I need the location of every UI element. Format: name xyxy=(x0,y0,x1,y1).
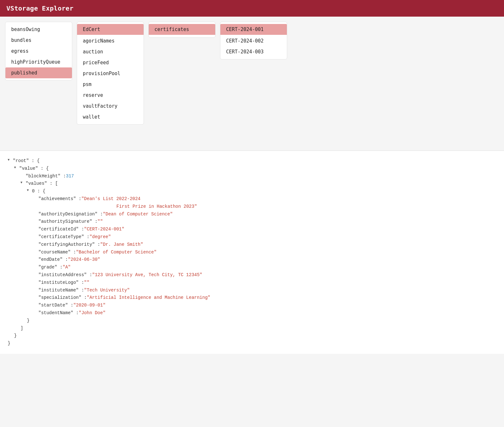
json-certid-key: "certificateId" : xyxy=(38,226,84,233)
json-close-brace1: } xyxy=(27,317,29,325)
json-achievements-line2: First Prize in Hackathon 2023" xyxy=(8,203,496,211)
item-vaultfactory[interactable]: vaultFactory xyxy=(77,101,144,112)
triangle-blockheight-spacer xyxy=(20,173,25,178)
json-panel: "root" : { "value" : { "blockHeight" : 3… xyxy=(0,151,504,354)
json-enddate-key: "endDate" : xyxy=(38,256,68,264)
column-edcert: EdCert agoricNames auction priceFeed pro… xyxy=(77,22,144,125)
item-highpriorityqueue[interactable]: highPriorityQueue xyxy=(5,57,72,67)
item-published[interactable]: published xyxy=(5,67,72,78)
spacer10 xyxy=(33,279,38,284)
item-egress[interactable]: egress xyxy=(5,46,72,57)
json-values-key: "values" : [ xyxy=(26,180,58,188)
item-psm[interactable]: psm xyxy=(77,79,144,90)
json-enddate-line: "endDate" : "2024-06-30" xyxy=(8,256,496,264)
json-close-obj: } xyxy=(8,317,496,325)
spacer13 xyxy=(33,302,38,307)
json-enddate-value: "2024-06-30" xyxy=(68,256,100,264)
json-studentname-value: "John Doe" xyxy=(79,309,106,317)
json-certid-value: "CERT-2024-001" xyxy=(84,226,124,233)
json-instaddr-line: "instituteAddress" : "123 University Ave… xyxy=(8,271,496,279)
json-certauth-key: "certifyingAuthority" : xyxy=(38,241,100,249)
item-reserve[interactable]: reserve xyxy=(77,90,144,101)
column-certificates-header[interactable]: certificates xyxy=(149,24,215,35)
app-title: VStorage Explorer xyxy=(6,4,74,12)
spacer14 xyxy=(33,309,38,315)
json-authsig-key: "authoritySignature" : xyxy=(38,218,98,226)
json-index0-line: 0 : { xyxy=(8,188,496,195)
spacer6 xyxy=(33,249,38,254)
json-achievements-key: "achievements" : xyxy=(38,195,81,203)
json-instaddr-key: "instituteAddress" : xyxy=(38,271,92,279)
item-wallet[interactable]: wallet xyxy=(77,112,144,122)
item-bundles[interactable]: bundles xyxy=(5,35,72,46)
json-instname-value: "Tech University" xyxy=(84,287,130,294)
json-authdesig-line: "authorityDesignation" : "Dean of Comput… xyxy=(8,211,496,218)
json-grade-key: "grade" : xyxy=(38,264,63,271)
json-grade-value: "A" xyxy=(63,264,71,271)
json-blockheight-line: "blockHeight" : 317 xyxy=(8,173,496,180)
spacer3 xyxy=(33,226,38,231)
json-coursename-key: "courseName" : xyxy=(38,249,76,256)
triangle-index0[interactable] xyxy=(27,188,31,193)
triangle-values[interactable] xyxy=(20,180,25,185)
triangle-achievements-spacer xyxy=(33,195,38,201)
json-close-brace3: } xyxy=(8,340,10,347)
app-header: VStorage Explorer xyxy=(0,0,504,17)
json-close-brace2: } xyxy=(14,332,17,340)
column-certificates: certificates xyxy=(148,22,216,38)
json-certauth-value: "Dr. Jane Smith" xyxy=(100,241,143,249)
json-achievements-line: "achievements" : "Dean's List 2022-2024 xyxy=(8,195,496,203)
json-certauth-line: "certifyingAuthority" : "Dr. Jane Smith" xyxy=(8,241,496,249)
item-cert-2024-002[interactable]: CERT-2024-002 xyxy=(220,35,287,46)
json-instlogo-key: "instituteLogo" : xyxy=(38,279,84,287)
json-instlogo-line: "instituteLogo" : "" xyxy=(8,279,496,287)
spacer7 xyxy=(33,256,38,261)
json-achievements-value2: First Prize in Hackathon 2023" xyxy=(116,203,197,211)
triangle-root[interactable] xyxy=(8,157,12,163)
json-authdesig-key: "authorityDesignation" : xyxy=(38,211,103,218)
json-close-bracket: ] xyxy=(20,325,23,332)
triangle-value[interactable] xyxy=(14,165,19,170)
json-blockheight-key: "blockHeight" : xyxy=(26,173,66,180)
json-close-root: } xyxy=(8,340,496,347)
json-value-line: "value" : { xyxy=(8,165,496,173)
spacer2 xyxy=(33,218,38,223)
column-edcert-header[interactable]: EdCert xyxy=(77,24,144,35)
json-certtype-line: "certificateType" : "degree" xyxy=(8,233,496,241)
item-beansowing[interactable]: beansOwing xyxy=(5,24,72,35)
json-instaddr-value: "123 University Ave, Tech City, TC 12345… xyxy=(92,271,202,279)
json-blockheight-value: 317 xyxy=(66,173,74,180)
json-grade-line: "grade" : "A" xyxy=(8,264,496,271)
json-certtype-key: "certificateType" : xyxy=(38,233,90,241)
spacer1 xyxy=(33,211,38,216)
column-root: beansOwing bundles egress highPriorityQu… xyxy=(5,22,72,81)
json-close-arr: ] xyxy=(8,325,496,332)
column-cert-list: CERT-2024-001 CERT-2024-002 CERT-2024-00… xyxy=(220,22,287,59)
spacer8 xyxy=(33,264,38,269)
json-root-line: "root" : { xyxy=(8,157,496,165)
json-authsig-line: "authoritySignature" : "" xyxy=(8,218,496,226)
item-cert-2024-003[interactable]: CERT-2024-003 xyxy=(220,46,287,57)
json-root-key: "root" : { xyxy=(13,157,40,165)
json-startdate-line: "startDate" : "2020-09-01" xyxy=(8,302,496,309)
json-specialization-value: "Artificial Intelligence and Machine Lea… xyxy=(87,294,210,302)
json-instname-key: "instituteName" : xyxy=(38,287,84,294)
json-specialization-key: "specialization" : xyxy=(38,294,87,302)
json-achievements-value: "Dean's List 2022-2024 xyxy=(81,195,140,203)
item-pricefeed[interactable]: priceFeed xyxy=(77,57,144,68)
json-value-key: "value" : { xyxy=(19,165,49,173)
json-specialization-line: "specialization" : "Artificial Intellige… xyxy=(8,294,496,302)
explorer-panel: beansOwing bundles egress highPriorityQu… xyxy=(0,17,504,151)
json-instname-line: "instituteName" : "Tech University" xyxy=(8,287,496,294)
json-close-value: } xyxy=(8,332,496,340)
item-auction[interactable]: auction xyxy=(77,46,144,57)
json-coursename-value: "Bachelor of Computer Science" xyxy=(76,249,157,256)
item-provisionpool[interactable]: provisionPool xyxy=(77,68,144,79)
spacer11 xyxy=(33,287,38,292)
json-certtype-value: "degree" xyxy=(90,233,111,241)
json-authsig-value: "" xyxy=(98,218,103,226)
json-studentname-key: "studentName" : xyxy=(38,309,79,317)
item-agoricnames[interactable]: agoricNames xyxy=(77,35,144,46)
json-certid-line: "certificateId" : "CERT-2024-001" xyxy=(8,226,496,233)
column-cert-header[interactable]: CERT-2024-001 xyxy=(220,24,287,35)
